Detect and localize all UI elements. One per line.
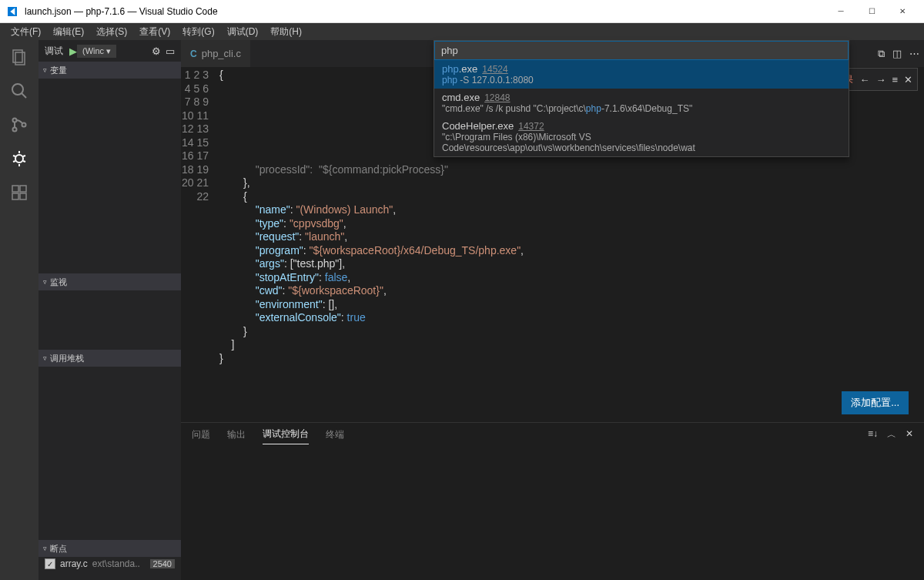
panel-clear-icon[interactable]: ≡↓ bbox=[868, 428, 878, 441]
tab-terminal[interactable]: 终端 bbox=[326, 425, 344, 444]
menu-edit[interactable]: 编辑(E) bbox=[47, 24, 90, 40]
tab-php-cli[interactable]: C php_cli.c bbox=[181, 40, 250, 67]
svg-rect-14 bbox=[12, 186, 18, 192]
menu-select[interactable]: 选择(S) bbox=[90, 24, 133, 40]
c-file-icon: C bbox=[190, 49, 197, 59]
svg-rect-17 bbox=[20, 186, 26, 192]
process-item-php[interactable]: php.exe14524 php -S 127.0.0.1:8080 bbox=[434, 60, 849, 89]
process-picker-input[interactable] bbox=[434, 41, 849, 60]
menu-file[interactable]: 文件(F) bbox=[5, 24, 47, 40]
breakpoint-file: array.c bbox=[60, 558, 88, 569]
breakpoint-checkbox[interactable]: ✓ bbox=[45, 558, 55, 569]
menu-goto[interactable]: 转到(G) bbox=[176, 24, 220, 40]
tab-problems[interactable]: 问题 bbox=[192, 425, 210, 444]
variables-panel-header[interactable]: ▿变量 bbox=[38, 62, 181, 79]
search-icon[interactable] bbox=[8, 80, 30, 102]
vscode-icon bbox=[6, 5, 18, 18]
process-item-cmd[interactable]: cmd.exe12848 "cmd.exe" /s /k pushd "C:\p… bbox=[434, 89, 849, 117]
window-title: launch.json — php-7.1.6 — Visual Studio … bbox=[25, 6, 825, 17]
extensions-icon[interactable] bbox=[8, 182, 30, 203]
debug-config-select[interactable]: (Winc ▾ bbox=[77, 45, 116, 58]
breakpoints-panel: ✓ array.c ext\standa.. 2540 bbox=[38, 557, 181, 571]
watch-label: 监视 bbox=[50, 277, 67, 288]
find-next-icon[interactable]: → bbox=[875, 74, 886, 85]
menu-bar: 文件(F) 编辑(E) 选择(S) 查看(V) 转到(G) 调试(D) 帮助(H… bbox=[0, 23, 924, 40]
debug-sidebar: 调试 ▶ (Winc ▾ ⚙ ▭ ▿变量 ▿监视 ▿调用堆栈 ▿断点 ✓ arr… bbox=[38, 40, 181, 580]
process-picker: php.exe14524 php -S 127.0.0.1:8080 cmd.e… bbox=[434, 40, 849, 157]
find-selection-icon[interactable]: ≡ bbox=[892, 74, 898, 85]
breakpoints-panel-header[interactable]: ▿断点 bbox=[38, 540, 181, 557]
svg-line-11 bbox=[23, 156, 25, 156]
debug-icon[interactable] bbox=[8, 148, 30, 169]
start-debug-button[interactable]: ▶ bbox=[69, 45, 77, 57]
variables-panel bbox=[38, 79, 181, 273]
tab-label: php_cli.c bbox=[202, 48, 241, 59]
svg-line-13 bbox=[23, 161, 25, 162]
tabbar-actions: ⧉ ◫ ⋯ bbox=[878, 40, 919, 67]
svg-line-10 bbox=[13, 156, 15, 156]
process-item-codehelper[interactable]: CodeHelper.exe14372 "c:\Program Files (x… bbox=[434, 117, 849, 156]
svg-point-4 bbox=[13, 119, 17, 122]
panel-close-icon[interactable]: ✕ bbox=[906, 428, 913, 441]
tab-debug-console[interactable]: 调试控制台 bbox=[263, 424, 309, 444]
svg-line-3 bbox=[22, 93, 26, 98]
breakpoints-label: 断点 bbox=[50, 543, 67, 555]
compare-icon[interactable]: ⧉ bbox=[878, 48, 885, 60]
tab-output[interactable]: 输出 bbox=[227, 425, 246, 444]
watch-panel-header[interactable]: ▿监视 bbox=[38, 273, 181, 290]
process-picker-list: php.exe14524 php -S 127.0.0.1:8080 cmd.e… bbox=[434, 60, 849, 156]
menu-debug[interactable]: 调试(D) bbox=[221, 24, 265, 40]
breakpoint-row[interactable]: ✓ array.c ext\standa.. 2540 bbox=[38, 557, 181, 571]
debug-console-toggle-icon[interactable]: ▭ bbox=[166, 45, 175, 57]
editor-zone: C php_cli.c ⧉ ◫ ⋯ php.exe14524 php -S 12… bbox=[181, 40, 924, 580]
minimize-button[interactable]: ─ bbox=[825, 1, 856, 22]
find-close-icon[interactable]: ✕ bbox=[904, 74, 912, 85]
watch-panel bbox=[38, 290, 181, 350]
title-bar: launch.json — php-7.1.6 — Visual Studio … bbox=[0, 0, 924, 23]
breakpoint-path: ext\standa.. bbox=[92, 558, 146, 569]
svg-point-5 bbox=[13, 128, 17, 132]
bottom-panel-tabs: 问题 输出 调试控制台 终端 ≡↓ ︿ ✕ bbox=[181, 423, 924, 446]
panel-collapse-icon[interactable]: ︿ bbox=[887, 428, 896, 441]
svg-line-12 bbox=[13, 161, 15, 162]
breakpoint-line: 2540 bbox=[150, 559, 175, 568]
explorer-icon[interactable] bbox=[8, 46, 30, 68]
activity-bar bbox=[0, 40, 38, 580]
callstack-panel bbox=[38, 367, 181, 540]
menu-view[interactable]: 查看(V) bbox=[133, 24, 176, 40]
add-config-button[interactable]: 添加配置... bbox=[842, 391, 909, 414]
gear-icon[interactable]: ⚙ bbox=[152, 45, 161, 57]
svg-point-7 bbox=[15, 155, 23, 163]
maximize-button[interactable]: ☐ bbox=[856, 1, 887, 22]
debug-label: 调试 bbox=[45, 45, 63, 58]
svg-point-2 bbox=[12, 84, 23, 95]
bottom-panel: 问题 输出 调试控制台 终端 ≡↓ ︿ ✕ bbox=[181, 422, 924, 580]
svg-point-6 bbox=[22, 123, 26, 127]
svg-rect-16 bbox=[20, 193, 26, 199]
close-button[interactable]: ✕ bbox=[887, 1, 918, 22]
line-gutter: 1 2 3 4 5 6 7 8 9 10 11 12 13 14 15 16 1… bbox=[181, 67, 219, 422]
find-prev-icon[interactable]: ← bbox=[859, 74, 869, 85]
source-control-icon[interactable] bbox=[8, 114, 30, 136]
svg-rect-15 bbox=[12, 193, 18, 199]
split-editor-icon[interactable]: ◫ bbox=[892, 48, 902, 59]
variables-label: 变量 bbox=[50, 65, 67, 76]
callstack-panel-header[interactable]: ▿调用堆栈 bbox=[38, 350, 181, 367]
more-icon[interactable]: ⋯ bbox=[909, 48, 919, 59]
debug-toolbar: 调试 ▶ (Winc ▾ ⚙ ▭ bbox=[38, 40, 181, 62]
menu-help[interactable]: 帮助(H) bbox=[264, 24, 308, 40]
callstack-label: 调用堆栈 bbox=[50, 353, 84, 364]
